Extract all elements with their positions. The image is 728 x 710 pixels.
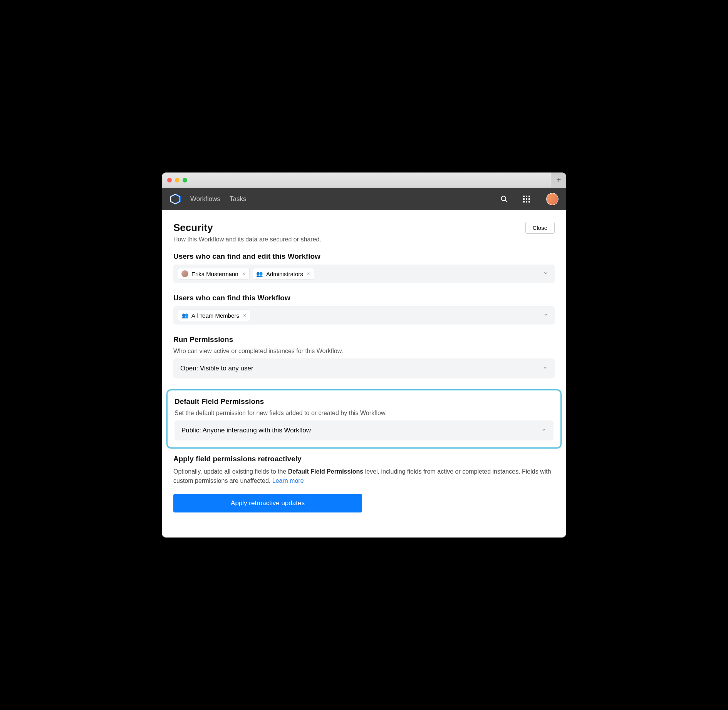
chevron-down-icon[interactable] — [543, 270, 549, 277]
apps-grid-icon[interactable] — [522, 195, 531, 203]
editors-select[interactable]: Erika Mustermann × 👥 Administrators × — [173, 265, 555, 283]
select-value: Open: Visible to any user — [180, 365, 253, 372]
user-avatar-icon — [181, 270, 188, 277]
remove-tag-icon[interactable]: × — [242, 312, 247, 318]
chevron-down-icon — [541, 427, 547, 434]
titlebar: + — [162, 172, 566, 188]
svg-line-3 — [505, 200, 507, 202]
svg-point-2 — [502, 196, 506, 201]
group-icon: 👥 — [256, 270, 263, 277]
run-permissions-select[interactable]: Open: Visible to any user — [173, 358, 555, 378]
default-field-permissions-subtext: Set the default permission for new field… — [174, 410, 554, 417]
default-field-permissions-highlight: Default Field Permissions Set the defaul… — [166, 389, 562, 449]
app-logo-icon[interactable] — [169, 193, 181, 205]
new-tab-button[interactable]: + — [551, 172, 566, 188]
select-value: Public: Anyone interacting with this Wor… — [181, 427, 311, 434]
window-close-icon[interactable] — [167, 178, 172, 183]
window-minimize-icon[interactable] — [175, 178, 179, 183]
svg-marker-1 — [171, 194, 180, 204]
topbar: Workflows Tasks — [162, 188, 566, 210]
close-button[interactable]: Close — [525, 222, 555, 234]
chevron-down-icon[interactable] — [543, 312, 549, 319]
group-tag: 👥 All Team Members × — [178, 310, 250, 321]
traffic-lights — [167, 178, 187, 183]
learn-more-link[interactable]: Learn more — [272, 477, 304, 484]
avatar[interactable] — [546, 193, 559, 205]
default-field-permissions-select[interactable]: Public: Anyone interacting with this Wor… — [174, 420, 554, 440]
divider — [173, 522, 555, 522]
remove-tag-icon[interactable]: × — [306, 271, 311, 277]
content: Security How this Workflow and its data … — [162, 210, 566, 538]
tag-label: Erika Mustermann — [191, 271, 238, 277]
group-icon: 👥 — [181, 312, 188, 319]
nav-tasks[interactable]: Tasks — [230, 195, 246, 203]
search-icon[interactable] — [500, 195, 508, 203]
page-title: Security — [173, 222, 321, 234]
run-permissions-heading: Run Permissions — [173, 335, 555, 344]
run-permissions-subtext: Who can view active or completed instanc… — [173, 348, 555, 355]
chevron-down-icon — [542, 365, 548, 372]
retroactive-heading: Apply field permissions retroactively — [173, 455, 555, 463]
nav-workflows[interactable]: Workflows — [190, 195, 220, 203]
remove-tag-icon[interactable]: × — [242, 271, 246, 277]
apply-retroactive-button[interactable]: Apply retroactive updates — [173, 494, 362, 512]
retroactive-text: Optionally, update all existing fields t… — [173, 467, 555, 486]
finders-select[interactable]: 👥 All Team Members × — [173, 306, 555, 325]
editors-heading: Users who can find and edit this Workflo… — [173, 252, 555, 261]
app-window: + Workflows Tasks Security How this Wor — [162, 172, 566, 538]
finders-heading: Users who can find this Workflow — [173, 294, 555, 302]
tag-label: Administrators — [266, 271, 303, 277]
window-zoom-icon[interactable] — [183, 178, 187, 183]
page-subtitle: How this Workflow and its data are secur… — [173, 236, 321, 243]
tag-label: All Team Members — [191, 312, 239, 319]
user-tag: Erika Mustermann × — [178, 268, 250, 280]
group-tag: 👥 Administrators × — [253, 268, 314, 280]
default-field-permissions-heading: Default Field Permissions — [174, 397, 554, 406]
